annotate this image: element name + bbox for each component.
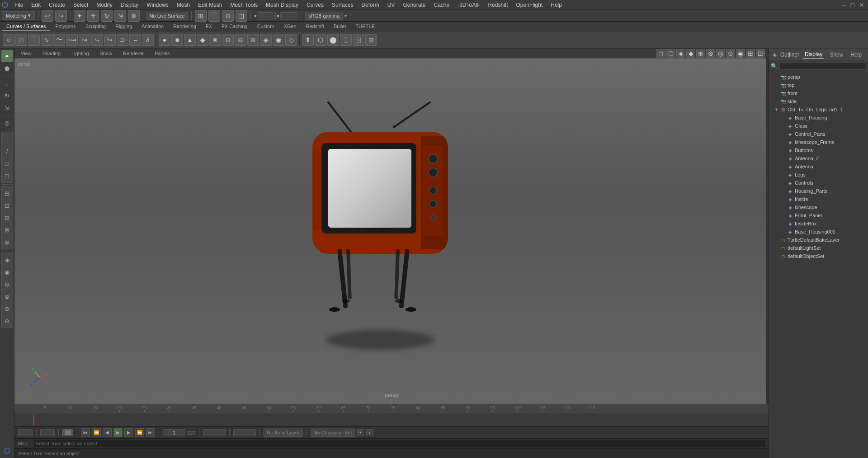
shelf-curve2-icon[interactable]: 〜 — [53, 34, 65, 46]
shelf-tab-animation[interactable]: Animation — [137, 23, 168, 31]
paint-select-btn[interactable]: ⬟ — [1, 62, 13, 74]
snap3-btn[interactable]: ⊟ — [1, 212, 13, 224]
vp-show-menu[interactable]: Show — [97, 50, 115, 57]
shelf-tab-sculpting[interactable]: Sculpting — [81, 23, 110, 31]
char-set-info-btn[interactable]: i — [366, 429, 373, 436]
uv-mode-btn[interactable]: ◻ — [1, 170, 13, 181]
current-frame-input[interactable] — [163, 429, 185, 436]
outliner-item-control-parts[interactable]: ◈ Control_Parts — [769, 130, 868, 138]
snap2-btn[interactable]: ⊡ — [1, 200, 13, 211]
shelf-surf2-icon[interactable]: ◉ — [273, 34, 284, 46]
mel-input[interactable] — [34, 440, 765, 447]
shelf-curve1-icon[interactable]: ∿ — [41, 34, 52, 46]
vp-icon6[interactable]: ⊗ — [706, 49, 715, 58]
menu-create[interactable]: Create — [45, 1, 69, 9]
next-key-btn[interactable]: ⏩ — [135, 428, 144, 437]
shelf-curve3-icon[interactable]: ⟿ — [66, 34, 78, 46]
vp-icon11[interactable]: ⊡ — [756, 49, 765, 58]
shelf-circle-icon[interactable]: ○ — [3, 34, 14, 46]
outliner-item-top[interactable]: 📷 top — [769, 81, 868, 89]
snap1-btn[interactable]: ⊞ — [1, 187, 13, 199]
shelf-tab-rigging[interactable]: Rigging — [111, 23, 137, 31]
menu-openflight[interactable]: OpenFlight — [513, 1, 547, 9]
shelf-tab-fx[interactable]: FX — [201, 23, 217, 31]
vp-icon9[interactable]: ◉ — [736, 49, 745, 58]
timeline-track[interactable] — [14, 414, 769, 426]
vp-icon7[interactable]: ◎ — [716, 49, 725, 58]
vp-icon8[interactable]: ⊙ — [726, 49, 735, 58]
mode-selector[interactable]: Modeling ▾ — [2, 11, 35, 20]
frame-start-input[interactable]: 1 — [18, 429, 33, 436]
prev-key-btn[interactable]: ⏪ — [92, 428, 101, 437]
shelf-tab-curves-surfaces[interactable]: Curves / Surfaces — [2, 23, 50, 31]
shelf-curve6-icon[interactable]: ↬ — [104, 34, 116, 46]
snap4-btn[interactable]: ⊠ — [1, 224, 13, 236]
shelf-bridge-icon[interactable]: ⬤ — [327, 34, 339, 46]
shelf-sphere-icon[interactable]: ● — [159, 34, 170, 46]
outliner-item-base-housing[interactable]: ◈ Base_Housing — [769, 114, 868, 122]
select-mode-btn[interactable]: ✦ — [1, 50, 13, 62]
menu-3dto[interactable]: -3DToAll- — [454, 1, 483, 9]
soft-select-btn[interactable]: ◎ — [1, 117, 13, 129]
shelf-surf1-icon[interactable]: ◈ — [260, 34, 272, 46]
color-space-btn[interactable]: sRGB gamma — [305, 12, 343, 20]
shelf-cube-icon[interactable]: ■ — [171, 34, 183, 46]
outliner-tab-help[interactable]: Help — [849, 51, 863, 59]
outliner-item-buttoms[interactable]: ◈ Buttoms — [769, 146, 868, 154]
menu-file[interactable]: File — [11, 1, 27, 9]
win-maximize-icon[interactable]: □ — [849, 0, 856, 10]
vp-view-menu[interactable]: View — [18, 50, 34, 57]
vp-renderer-menu[interactable]: Renderer — [120, 50, 146, 57]
maya-logo-btn[interactable]: ⬡ — [1, 444, 13, 456]
disp2-btn[interactable]: ◉ — [1, 266, 13, 278]
outliner-item-insidebox[interactable]: ◈ InsideBox — [769, 219, 868, 228]
range-end-input[interactable]: 200 — [233, 429, 256, 436]
shelf-cone-icon[interactable]: ▲ — [184, 34, 196, 46]
outliner-item-front-panel[interactable]: ◈ Front_Panel — [769, 211, 868, 219]
face-mode-btn[interactable]: □ — [1, 157, 13, 169]
menu-surfaces[interactable]: Surfaces — [328, 1, 357, 9]
menu-modify[interactable]: Modify — [93, 1, 116, 9]
vp-panels-menu[interactable]: Panels — [152, 50, 173, 57]
value1-input[interactable]: 0.00 — [258, 12, 276, 19]
tree-collapse-icon[interactable]: ▼ — [774, 107, 780, 112]
snap5-btn[interactable]: ⊗ — [1, 236, 13, 248]
menu-display[interactable]: Display — [117, 1, 142, 9]
viewport[interactable]: persp persp X Y Z — [14, 58, 769, 404]
shelf-edit2-icon[interactable]: ⌸ — [353, 34, 364, 46]
shelf-surf3-icon[interactable]: ◇ — [285, 34, 297, 46]
disp1-btn[interactable]: ◈ — [1, 254, 13, 266]
shelf-edit3-icon[interactable]: ⊞ — [365, 34, 377, 46]
redo-btn[interactable]: ↪ — [55, 10, 67, 22]
shelf-torus-icon[interactable]: ⊗ — [209, 34, 221, 46]
rotate-tool-btn[interactable]: ↻ — [101, 10, 113, 22]
vp-icon4[interactable]: ◆ — [686, 49, 695, 58]
end-frame-input[interactable]: 120 — [203, 429, 226, 436]
win-minimize-icon[interactable]: ─ — [840, 0, 848, 10]
color-space-arrow[interactable]: ▾ — [344, 13, 347, 18]
shelf-edit1-icon[interactable]: ⌶ — [340, 34, 352, 46]
outliner-item-housing-parts[interactable]: ◈ Housing_Parts — [769, 187, 868, 195]
outliner-tab-show[interactable]: Show — [828, 51, 845, 59]
universal-tool-btn[interactable]: ⊕ — [128, 10, 140, 22]
shelf-tab-rendering[interactable]: Rendering — [169, 23, 201, 31]
shelf-curve4-icon[interactable]: ↝ — [79, 34, 90, 46]
menu-mesh-display[interactable]: Mesh Display — [262, 1, 302, 9]
outliner-item-side[interactable]: 📷 side — [769, 97, 868, 105]
move-tool-btn[interactable]: ↕ — [1, 77, 13, 89]
shelf-cyl-icon[interactable]: ⊝ — [222, 34, 234, 46]
outliner-item-persp[interactable]: 📷 persp — [769, 73, 868, 81]
live-surface-btn[interactable]: No Live Surface — [146, 12, 188, 20]
menu-deform[interactable]: Deform — [358, 1, 382, 9]
vertex-mode-btn[interactable]: · — [1, 133, 13, 145]
outliner-tab-display[interactable]: Display — [803, 50, 824, 59]
snap-grid-btn[interactable]: ⊞ — [195, 10, 207, 22]
char-set-add-btn[interactable]: + — [357, 429, 364, 436]
menu-uv[interactable]: UV — [384, 1, 399, 9]
shelf-tab-custom[interactable]: Custom — [253, 23, 279, 31]
menu-mesh-tools[interactable]: Mesh Tools — [227, 1, 261, 9]
disp4-btn[interactable]: ⊜ — [1, 291, 13, 302]
edge-mode-btn[interactable]: / — [1, 145, 13, 157]
outliner-item-glass[interactable]: ◈ Glass — [769, 122, 868, 130]
vp-icon2[interactable]: ⬡ — [666, 49, 675, 58]
